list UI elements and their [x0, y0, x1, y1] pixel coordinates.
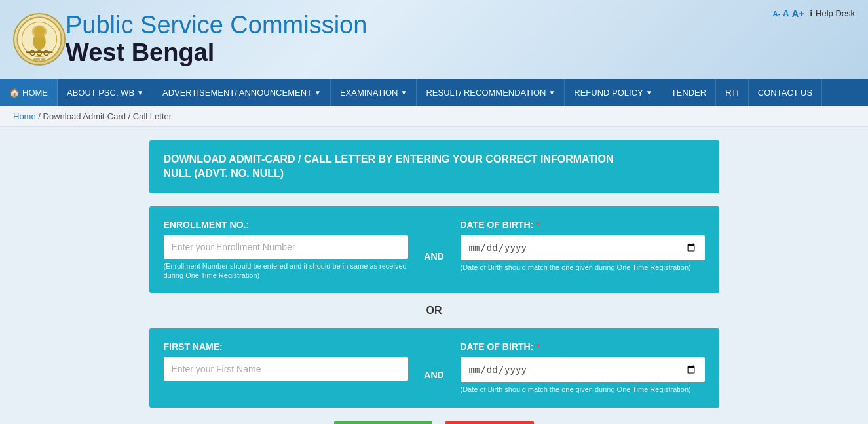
dob-label-2: DATE OF BIRTH: * [461, 341, 705, 352]
search-button[interactable]: SEARCH [334, 421, 432, 424]
header-title-line2: West Bengal [66, 39, 367, 67]
chevron-down-icon: ▼ [314, 89, 321, 96]
logo: सत्यमेव जयते [13, 13, 66, 66]
svg-text:सत्यमेव जयते: सत्यमेव जयते [33, 58, 46, 61]
main-content: DOWNLOAD ADMIT-CARD / CALL LETTER BY ENT… [0, 127, 868, 424]
form-row-2: FIRST NAME: AND DATE OF BIRTH: * (Date o… [164, 341, 705, 394]
connector-and-1: AND [421, 238, 447, 261]
nav-label-home: HOME [22, 88, 48, 98]
dob-hint-1: (Date of Birth should match the one give… [461, 263, 705, 272]
nav-label-refund: REFUND POLICY [574, 88, 643, 98]
chevron-down-icon: ▼ [548, 89, 555, 96]
dob-input-1[interactable] [461, 235, 705, 260]
chevron-down-icon: ▼ [401, 89, 407, 96]
svg-point-4 [32, 25, 47, 38]
nav-item-about[interactable]: ABOUT PSC, WB ▼ [58, 79, 153, 106]
enrollment-label: ENROLLMENT NO.: [164, 220, 408, 230]
enrollment-input[interactable] [164, 235, 408, 259]
form-row-1: ENROLLMENT NO.: (Enrollment Number shoul… [164, 220, 705, 280]
connector-and-2: AND [421, 357, 447, 380]
form-section-firstname: FIRST NAME: AND DATE OF BIRTH: * (Date o… [149, 328, 719, 407]
nav-label-rti: RTI [725, 88, 739, 98]
font-size-large-button[interactable]: A+ [791, 8, 804, 19]
nav-item-home[interactable]: 🏠 HOME [0, 79, 58, 106]
enrollment-group: ENROLLMENT NO.: (Enrollment Number shoul… [164, 220, 408, 280]
dob-group-1: DATE OF BIRTH: * (Date of Birth should m… [461, 220, 705, 272]
nav-label-tender: TENDER [671, 88, 706, 98]
required-marker-1: * [536, 220, 539, 230]
reset-button[interactable]: RESET [445, 421, 534, 424]
font-size-small-button[interactable]: A- [772, 10, 780, 18]
or-divider: OR [149, 293, 719, 328]
header-title-line1: Public Service Commission [66, 12, 367, 39]
nav-label-about: ABOUT PSC, WB [67, 88, 134, 98]
nav-item-refund[interactable]: REFUND POLICY ▼ [565, 79, 662, 106]
nav-label-result: RESULT/ RECOMMENDATION [426, 88, 546, 98]
font-size-controls: A- A A+ [772, 8, 804, 19]
dob-input-2[interactable] [461, 357, 705, 382]
nav-label-advertisement: ADVERTISEMENT/ ANNOUNCEMENT [162, 88, 312, 98]
nav-item-examination[interactable]: EXAMINATION ▼ [331, 79, 417, 106]
header-title: Public Service Commission West Bengal [66, 12, 367, 67]
header-right: A- A A+ ℹ Help Desk [772, 8, 855, 19]
form-wrapper: DOWNLOAD ADMIT-CARD / CALL LETTER BY ENT… [149, 140, 719, 424]
home-icon: 🏠 [9, 88, 20, 98]
breadcrumb-current: Download Admit-Card / Call Letter [43, 111, 172, 121]
info-box: DOWNLOAD ADMIT-CARD / CALL LETTER BY ENT… [149, 140, 719, 193]
nav-item-rti[interactable]: RTI [716, 79, 749, 106]
enrollment-hint: (Enrollment Number should be entered and… [164, 261, 408, 280]
header: सत्यमेव जयते Public Service Commission W… [0, 0, 868, 79]
info-box-line1: DOWNLOAD ADMIT-CARD / CALL LETTER BY ENT… [164, 152, 705, 166]
help-desk-label: Help Desk [816, 9, 855, 18]
firstname-group: FIRST NAME: [164, 341, 408, 381]
button-row: SEARCH RESET [149, 408, 719, 424]
breadcrumb-separator: / [38, 111, 43, 121]
breadcrumb-home-link[interactable]: Home [13, 111, 36, 121]
nav-item-tender[interactable]: TENDER [662, 79, 716, 106]
chevron-down-icon: ▼ [137, 89, 143, 96]
form-section-enrollment: ENROLLMENT NO.: (Enrollment Number shoul… [149, 206, 719, 294]
nav-item-result[interactable]: RESULT/ RECOMMENDATION ▼ [417, 79, 565, 106]
dob-label-1: DATE OF BIRTH: * [461, 220, 705, 230]
dob-group-2: DATE OF BIRTH: * (Date of Birth should m… [461, 341, 705, 394]
firstname-label: FIRST NAME: [164, 341, 408, 352]
nav-item-contact[interactable]: CONTACT US [749, 79, 822, 106]
nav-item-advertisement[interactable]: ADVERTISEMENT/ ANNOUNCEMENT ▼ [153, 79, 331, 106]
dob-hint-2: (Date of Birth should match the one give… [461, 385, 705, 394]
required-marker-2: * [536, 341, 539, 352]
info-icon: ℹ [810, 9, 813, 18]
navbar: 🏠 HOME ABOUT PSC, WB ▼ ADVERTISEMENT/ AN… [0, 79, 868, 106]
chevron-down-icon: ▼ [646, 89, 652, 96]
breadcrumb: Home / Download Admit-Card / Call Letter [0, 106, 868, 127]
font-size-medium-button[interactable]: A [783, 9, 789, 18]
help-desk-link[interactable]: ℹ Help Desk [810, 9, 855, 18]
nav-label-examination: EXAMINATION [340, 88, 398, 98]
svg-rect-5 [26, 51, 53, 53]
info-box-line2: NULL (ADVT. NO. NULL) [164, 166, 705, 181]
firstname-input[interactable] [164, 357, 408, 381]
nav-label-contact: CONTACT US [758, 88, 812, 98]
